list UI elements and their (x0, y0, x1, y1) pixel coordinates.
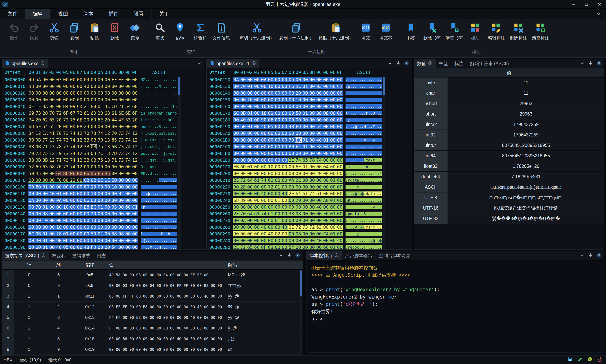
hex-byte[interactable]: 00 (253, 137, 260, 143)
hex-byte[interactable]: 00 (233, 117, 240, 122)
hex-byte[interactable]: 00 (281, 198, 288, 203)
hex-byte[interactable]: 80 (35, 184, 42, 190)
hex-byte[interactable]: 00 (295, 238, 302, 243)
hex-byte[interactable]: 0E (49, 104, 55, 109)
hex-byte[interactable]: 00 (111, 91, 118, 96)
hex-byte[interactable]: 00 (76, 218, 83, 223)
hex-byte[interactable]: 52 (28, 164, 35, 169)
hex-byte[interactable]: 12 (131, 157, 138, 163)
hex-byte[interactable]: 00 (97, 84, 104, 89)
hex-byte[interactable]: 00 (131, 231, 138, 236)
hex-byte[interactable]: 13 (104, 137, 111, 143)
hex-byte[interactable]: 74 (295, 157, 302, 163)
hex-byte[interactable]: 00 (49, 84, 55, 89)
hex-byte[interactable]: CD (76, 104, 83, 109)
hex-byte[interactable]: 00 (246, 205, 253, 210)
hex-ascii[interactable]: ................ (346, 151, 382, 156)
hex-byte[interactable]: 00 (111, 191, 118, 196)
hex-byte[interactable]: 08 (295, 231, 302, 236)
hex-byte[interactable]: 00 (323, 171, 329, 176)
hex-byte[interactable]: 77 (42, 137, 49, 143)
hex-byte[interactable]: 00 (69, 77, 76, 82)
hex-byte[interactable]: 73 (62, 131, 69, 136)
hex-byte[interactable]: 00 (336, 198, 343, 203)
hex-byte[interactable]: 1E (104, 178, 111, 183)
hex-byte[interactable]: 00 (288, 238, 295, 243)
hex-byte[interactable]: 00 (111, 238, 118, 243)
hex-ascii[interactable]: ;.w.tst.;.p.est. (141, 138, 177, 142)
hex-byte[interactable]: 64 (246, 211, 253, 216)
hex-byte[interactable]: 00 (111, 225, 118, 230)
hex-byte[interactable]: 00 (329, 111, 336, 116)
hex-byte[interactable]: 00 (274, 77, 281, 82)
hex-byte[interactable]: 00 (288, 131, 295, 136)
search-tab-校验和[interactable]: 校验和 (49, 251, 69, 260)
hex-byte[interactable]: 71 (42, 144, 49, 149)
hex-byte[interactable]: 00 (302, 245, 309, 249)
hex-byte[interactable]: 06 (267, 117, 274, 122)
hex-byte[interactable]: 00 (118, 164, 124, 169)
hex-byte[interactable]: 00 (323, 238, 329, 243)
hex-byte[interactable]: 00 (274, 117, 281, 122)
hex-byte[interactable]: 00 (329, 238, 336, 243)
hex-byte[interactable]: 00 (62, 184, 69, 190)
hex-byte[interactable]: 02 (118, 191, 124, 196)
hex-byte[interactable]: 71 (55, 157, 62, 163)
hex-byte[interactable]: 2E (233, 178, 240, 183)
hex-byte[interactable]: 00 (62, 178, 69, 183)
hex-byte[interactable]: 20 (90, 211, 97, 216)
hex-byte[interactable]: 00 (124, 198, 131, 203)
hex-byte[interactable]: 00 (240, 157, 246, 163)
hex-byte[interactable]: 00 (253, 111, 260, 116)
hex-byte[interactable]: 64 (295, 191, 302, 196)
hex-byte[interactable]: 00 (260, 144, 267, 149)
hex-byte[interactable]: 00 (336, 191, 343, 196)
hex-byte[interactable]: 00 (281, 164, 288, 169)
hex-byte[interactable]: 00 (240, 137, 246, 143)
values-tab-数值[interactable]: 数值 (414, 59, 436, 68)
ribbon-button-文件信息[interactable]: 文件信息 (211, 21, 232, 41)
hex-byte[interactable]: 01 (97, 231, 104, 236)
hex-byte[interactable]: 00 (329, 131, 336, 136)
hex-byte[interactable]: 10 (55, 225, 62, 230)
hex-byte[interactable]: 00 (76, 77, 83, 82)
hex-byte[interactable]: 00 (124, 91, 131, 96)
ribbon-button-复制（十六进制）[interactable]: 复制（十六进制） (277, 21, 316, 41)
hex-byte[interactable]: 3B (28, 157, 35, 163)
hex-byte[interactable]: 50 (295, 111, 302, 116)
hex-byte[interactable]: 00 (42, 171, 49, 176)
hex-byte[interactable]: 09 (69, 104, 76, 109)
hex-byte[interactable]: 00 (55, 104, 62, 109)
hex-byte[interactable]: 00 (309, 164, 316, 169)
hex-byte[interactable]: 40 (316, 205, 323, 210)
hex-byte[interactable]: 0B (35, 144, 42, 149)
hex-byte[interactable]: 72 (55, 111, 62, 116)
hex-byte[interactable]: 61 (302, 191, 309, 196)
hex-byte[interactable]: 00 (302, 171, 309, 176)
hex-byte[interactable]: 00 (69, 198, 76, 203)
hex-byte[interactable]: 00 (336, 164, 343, 169)
hex-byte[interactable]: 00 (329, 225, 336, 230)
hex-byte[interactable]: 74 (69, 131, 76, 136)
hex-byte[interactable]: 00 (288, 231, 295, 236)
hex-byte[interactable]: 00 (260, 137, 267, 143)
hex-byte[interactable]: 10 (90, 191, 97, 196)
hex-byte[interactable]: C1 (336, 84, 343, 89)
hex-byte[interactable]: 01 (97, 104, 104, 109)
hex-byte[interactable]: 00 (336, 157, 343, 163)
search-tab-搜索结果 (ASCII)[interactable]: 搜索结果 (ASCII) (2, 251, 49, 260)
hex-byte[interactable]: 86 (62, 171, 69, 176)
hex-byte[interactable]: 68 (131, 104, 138, 109)
hex-byte[interactable]: 00 (309, 144, 316, 149)
hex-byte[interactable]: 00 (49, 91, 55, 96)
hex-ascii[interactable]: ................ (141, 185, 177, 189)
hex-byte[interactable]: 00 (131, 184, 138, 190)
hex-ascii[interactable]: is program canno (141, 111, 177, 115)
hex-byte[interactable]: 0B (35, 137, 42, 143)
search-scrollbar-thumb[interactable] (300, 270, 302, 296)
hex-byte[interactable]: 6F (35, 124, 42, 129)
hex-byte[interactable]: 01 (62, 231, 69, 236)
hex-byte[interactable]: 00 (288, 164, 295, 169)
hex-byte[interactable]: 00 (288, 184, 295, 190)
hex-ascii[interactable]: .`..@...H...T... (141, 245, 177, 249)
